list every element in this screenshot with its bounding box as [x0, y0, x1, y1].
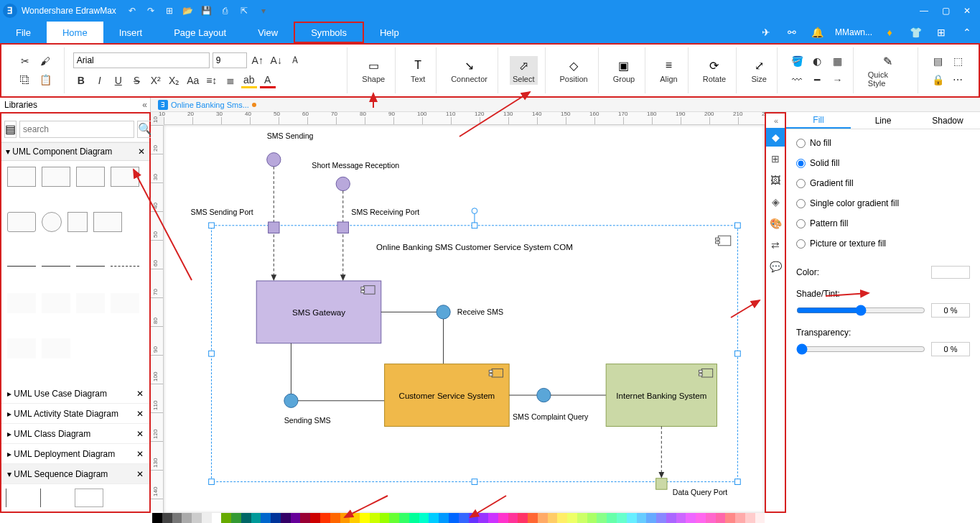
maximize-button[interactable]: ▢ [941, 6, 950, 16]
color-swatch[interactable] [498, 513, 508, 523]
share-icon[interactable]: ⚯ [783, 27, 801, 38]
expand-right-icon[interactable]: « [774, 116, 777, 125]
superscript-icon[interactable]: X² [148, 73, 164, 88]
copy-icon[interactable]: ⿻ [17, 72, 33, 88]
color-swatch[interactable] [557, 513, 567, 523]
layers-icon[interactable]: ▤ [930, 53, 946, 69]
shape-thumb[interactable] [67, 212, 88, 232]
text-button[interactable]: TText [407, 56, 429, 85]
color-swatch[interactable] [577, 513, 587, 523]
color-swatch[interactable] [221, 513, 231, 523]
collapse-libraries-icon[interactable]: « [142, 100, 146, 110]
quick-style-button[interactable]: ✎Quick Style [865, 52, 910, 89]
fill-option-gradient[interactable]: Gradient fill [796, 178, 970, 188]
shadow-icon[interactable]: ◐ [809, 53, 825, 69]
color-swatch[interactable] [281, 513, 291, 523]
color-swatch[interactable] [251, 513, 261, 523]
shape-thumb[interactable] [111, 266, 139, 267]
color-swatch[interactable] [380, 513, 390, 523]
menu-help[interactable]: Help [364, 22, 415, 43]
shape-thumb[interactable] [76, 293, 105, 313]
color-swatch[interactable] [488, 513, 498, 523]
line-spacing-icon[interactable]: ≡↕ [204, 73, 220, 88]
theme-icon[interactable]: 👕 [907, 27, 924, 38]
minimize-button[interactable]: — [920, 6, 928, 16]
tab-line[interactable]: Line [851, 112, 915, 129]
color-swatch[interactable] [478, 513, 488, 523]
shrink-font-icon[interactable]: A↓ [269, 52, 284, 68]
font-select[interactable] [73, 52, 210, 68]
color-swatch[interactable] [389, 513, 399, 523]
fill-option-pattern[interactable]: Pattern fill [796, 218, 970, 228]
shape-thumb[interactable] [6, 489, 34, 507]
color-swatch[interactable] [518, 513, 528, 523]
user-label[interactable]: MMawn... [835, 27, 872, 37]
print-icon[interactable]: ⎙ [220, 5, 231, 17]
color-swatch[interactable] [538, 513, 548, 523]
undo-icon[interactable]: ↶ [126, 5, 138, 17]
position-button[interactable]: ◇Position [557, 56, 591, 85]
color-swatch[interactable] [548, 513, 558, 523]
new-icon[interactable]: ⊞ [164, 5, 175, 17]
library-category[interactable]: ▸ UML Class Diagram✕ [1, 424, 149, 444]
color-swatch[interactable] [528, 513, 538, 523]
clear-format-icon[interactable]: Ａ [287, 52, 303, 68]
color-swatch[interactable] [637, 513, 647, 523]
color-swatch[interactable] [439, 513, 449, 523]
shape-thumb[interactable] [7, 212, 36, 232]
strip-image-icon[interactable]: 🖼 [766, 171, 785, 190]
fill-color-icon[interactable]: 🪣 [789, 53, 805, 69]
color-swatch[interactable] [212, 513, 222, 523]
open-icon[interactable]: 📂 [182, 5, 194, 17]
case-icon[interactable]: Aa [185, 73, 201, 88]
shape-thumb[interactable] [93, 212, 122, 232]
select-button[interactable]: ⬀Select [510, 56, 538, 85]
shape-thumb[interactable] [111, 293, 139, 313]
export-icon[interactable]: ⇱ [238, 5, 250, 17]
color-swatch[interactable] [459, 513, 469, 523]
color-swatch[interactable] [419, 513, 429, 523]
align-button[interactable]: ≡Align [657, 56, 680, 85]
italic-icon[interactable]: I [92, 73, 108, 88]
color-swatch[interactable] [172, 513, 182, 523]
color-swatch[interactable] [202, 513, 212, 523]
size-button[interactable]: ⤢Size [748, 56, 770, 85]
strip-route-icon[interactable]: ⇄ [766, 236, 785, 254]
qat-more-icon[interactable]: ▾ [257, 5, 269, 17]
shape-button[interactable]: ▭Shape [359, 56, 388, 85]
send-icon[interactable]: ✈ [757, 27, 775, 38]
apps-icon[interactable]: ⊞ [933, 27, 950, 38]
menu-view[interactable]: View [242, 22, 294, 43]
canvas-area[interactable]: 1020304050607080901001101201301401501601… [151, 112, 765, 513]
color-swatch[interactable] [330, 513, 340, 523]
library-category[interactable]: ▸ UML Use Case Diagram✕ [1, 384, 149, 404]
shape-thumb[interactable] [7, 167, 36, 187]
bold-icon[interactable]: B [73, 73, 89, 88]
close-button[interactable]: ✕ [963, 6, 971, 16]
strike-icon[interactable]: S̶ [129, 73, 145, 88]
color-swatch[interactable] [627, 513, 637, 523]
shape-thumb[interactable] [42, 338, 70, 358]
color-swatch[interactable] [300, 513, 310, 523]
close-category-icon[interactable]: ✕ [138, 147, 145, 157]
color-swatch[interactable] [725, 513, 735, 523]
format-painter-icon[interactable]: 🖌 [37, 53, 53, 69]
library-category[interactable]: ▾ UML Sequence Diagram✕ [1, 464, 149, 484]
color-swatch[interactable] [508, 513, 518, 523]
color-swatch[interactable] [735, 513, 745, 523]
crop-icon[interactable]: ⬚ [950, 53, 966, 69]
fill-option-picture[interactable]: Picture or texture fill [796, 239, 970, 249]
more-icon[interactable]: ⋯ [950, 72, 966, 88]
cut-icon[interactable]: ✂ [17, 53, 33, 69]
bullets-icon[interactable]: ≣ [223, 73, 238, 88]
line-style-icon[interactable]: ━ [809, 72, 825, 88]
fill-option-single-gradient[interactable]: Single color gradient fill [796, 198, 970, 208]
color-swatch[interactable] [449, 513, 459, 523]
color-swatch[interactable] [745, 513, 755, 523]
fill-option-solid[interactable]: Solid fill [796, 158, 970, 168]
color-swatch[interactable] [192, 513, 202, 523]
color-swatch[interactable] [706, 513, 716, 523]
transparency-slider[interactable] [796, 343, 925, 355]
lock-icon[interactable]: 🔒 [930, 72, 946, 88]
subscript-icon[interactable]: X₂ [167, 73, 182, 88]
